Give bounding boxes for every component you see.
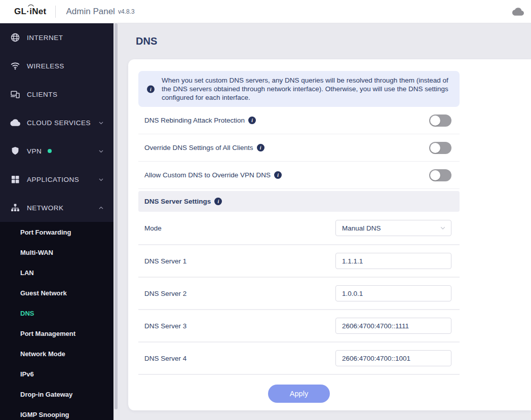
submenu-label: DNS — [20, 310, 34, 317]
setting-row-dns-server-3: DNS Server 3 — [138, 310, 460, 342]
toggle-knob — [430, 143, 440, 153]
info-banner-text: When you set custom DNS servers, any DNS… — [162, 77, 448, 101]
setting-row-dns-server-2: DNS Server 2 — [138, 278, 460, 310]
admin-panel-title: Admin Panel — [66, 7, 115, 17]
section-title: DNS Server Settings — [144, 198, 211, 205]
sitemap-icon — [10, 203, 20, 213]
setting-label: Override DNS Settings of All Clients — [144, 144, 253, 151]
override-dns-toggle[interactable] — [429, 142, 451, 154]
dns-server-label: DNS Server 3 — [144, 322, 186, 330]
chevron-down-icon — [98, 120, 104, 126]
chevron-down-icon — [439, 224, 446, 232]
scrollbar[interactable] — [115, 23, 118, 409]
setting-row-custom-dns-vpn: Allow Custom DNS to Override VPN DNS i — [138, 162, 460, 189]
submenu-label: Port Forwarding — [20, 228, 71, 236]
sidebar-item-applications[interactable]: APPLICATIONS — [0, 165, 113, 194]
firmware-version: v4.8.3 — [118, 8, 135, 15]
chevron-down-icon — [98, 176, 104, 183]
submenu-item-dns[interactable]: DNS — [0, 303, 113, 323]
submenu-item-port-forwarding[interactable]: Port Forwarding — [0, 222, 113, 242]
sidebar-item-label: CLIENTS — [27, 91, 58, 98]
dns-settings-card: i When you set custom DNS servers, any D… — [128, 59, 531, 410]
sidebar-item-vpn[interactable]: VPN — [0, 137, 113, 165]
main-content: DNS i When you set custom DNS servers, a… — [113, 23, 531, 420]
grid-icon — [10, 174, 20, 184]
wifi-icon — [10, 61, 20, 71]
sidebar-item-label: VPN — [27, 147, 42, 155]
sidebar-item-network[interactable]: NETWORK — [0, 194, 113, 222]
submenu-label: IGMP Snooping — [20, 411, 69, 418]
info-icon: i — [147, 85, 155, 93]
cloud-status-icon[interactable] — [512, 7, 524, 16]
chevron-down-icon — [98, 148, 104, 155]
mode-select-value: Manual DNS — [342, 224, 381, 232]
setting-row-dns-rebinding: DNS Rebinding Attack Protection i — [138, 107, 460, 134]
submenu-item-guest-network[interactable]: Guest Network — [0, 283, 113, 303]
apply-row: Apply — [138, 375, 460, 412]
dns-server-settings-header: DNS Server Settings i — [138, 191, 460, 212]
submenu-label: Network Mode — [20, 350, 65, 358]
submenu-item-port-management[interactable]: Port Management — [0, 323, 113, 343]
network-submenu: Port Forwarding Multi-WAN LAN Guest Netw… — [0, 222, 113, 420]
vpn-status-dot — [48, 149, 52, 153]
page-title: DNS — [136, 35, 157, 47]
sidebar-item-label: NETWORK — [27, 204, 64, 212]
sidebar-item-label: CLOUD SERVICES — [27, 119, 91, 127]
submenu-item-ipv6[interactable]: IPv6 — [0, 364, 113, 384]
setting-label: DNS Rebinding Attack Protection — [144, 117, 245, 124]
cloud-icon — [10, 118, 20, 128]
toggle-knob — [430, 116, 440, 126]
dns-server-label: DNS Server 1 — [144, 257, 186, 265]
setting-label: Allow Custom DNS to Override VPN DNS — [144, 171, 271, 179]
dns-server-1-input[interactable] — [335, 253, 451, 269]
submenu-item-multi-wan[interactable]: Multi-WAN — [0, 242, 113, 262]
setting-row-dns-server-4: DNS Server 4 — [138, 342, 460, 375]
submenu-label: Port Management — [20, 330, 75, 337]
toggle-knob — [430, 170, 440, 180]
submenu-label: IPv6 — [20, 370, 34, 378]
setting-row-mode: Mode Manual DNS — [138, 212, 460, 245]
setting-row-override-dns: Override DNS Settings of All Clients i — [138, 134, 460, 162]
top-header: GL·iNet Admin Panel v4.8.3 — [0, 0, 531, 23]
submenu-item-lan[interactable]: LAN — [0, 262, 113, 283]
sidebar-item-wireless[interactable]: WIRELESS — [0, 52, 113, 80]
mode-select[interactable]: Manual DNS — [335, 220, 451, 236]
info-icon[interactable]: i — [248, 117, 256, 124]
submenu-item-drop-in-gateway[interactable]: Drop-in Gateway — [0, 384, 113, 404]
dns-server-4-input[interactable] — [335, 350, 451, 366]
glinet-logo: GL·iNet — [14, 7, 46, 17]
mode-label: Mode — [144, 224, 162, 232]
dns-server-label: DNS Server 2 — [144, 290, 186, 297]
sidebar-nav: INTERNET WIRELESS CLIENTS CLOUD SERVICES… — [0, 23, 113, 420]
apply-button[interactable]: Apply — [268, 385, 330, 403]
sidebar-item-clients[interactable]: CLIENTS — [0, 80, 113, 108]
sidebar-item-internet[interactable]: INTERNET — [0, 23, 113, 52]
info-icon[interactable]: i — [214, 198, 222, 205]
chevron-up-icon — [98, 205, 104, 211]
submenu-item-network-mode[interactable]: Network Mode — [0, 343, 113, 364]
dns-server-3-input[interactable] — [335, 318, 451, 334]
dns-server-label: DNS Server 4 — [144, 355, 186, 362]
sidebar-item-label: APPLICATIONS — [27, 176, 79, 183]
info-icon[interactable]: i — [274, 171, 282, 179]
setting-row-dns-server-1: DNS Server 1 — [138, 245, 460, 278]
dns-rebinding-toggle[interactable] — [429, 114, 451, 127]
header-divider — [55, 6, 56, 18]
submenu-label: LAN — [20, 269, 34, 277]
submenu-label: Guest Network — [20, 289, 67, 297]
submenu-label: Multi-WAN — [20, 249, 53, 256]
info-banner: i When you set custom DNS servers, any D… — [138, 71, 460, 107]
dns-server-2-input[interactable] — [335, 285, 451, 301]
custom-dns-vpn-toggle[interactable] — [429, 169, 451, 181]
sidebar-item-cloud-services[interactable]: CLOUD SERVICES — [0, 108, 113, 137]
sidebar-item-label: WIRELESS — [27, 62, 64, 70]
devices-icon — [10, 89, 20, 99]
sidebar-item-label: INTERNET — [27, 34, 63, 42]
info-icon[interactable]: i — [257, 144, 264, 151]
submenu-item-igmp-snooping[interactable]: IGMP Snooping — [0, 404, 113, 420]
globe-icon — [10, 32, 20, 43]
submenu-label: Drop-in Gateway — [20, 391, 72, 398]
shield-icon — [10, 146, 20, 156]
logo-text: GL·iNet — [14, 7, 46, 16]
